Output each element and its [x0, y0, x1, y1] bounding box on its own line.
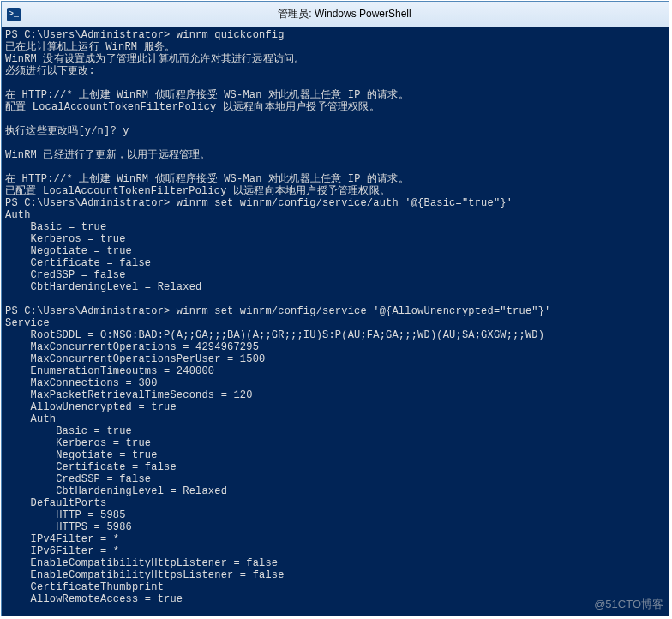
- terminal-line: 执行这些更改吗[y/n]? y: [5, 125, 665, 137]
- terminal-line: Service: [5, 317, 665, 329]
- terminal-line: CredSSP = false: [5, 473, 665, 485]
- terminal-line: Kerberos = true: [5, 437, 665, 449]
- terminal-line: 必须进行以下更改:: [5, 65, 665, 77]
- powershell-window: >_ 管理员: Windows PowerShell PS C:\Users\A…: [1, 1, 669, 616]
- terminal-line: IPv6Filter = *: [5, 545, 665, 557]
- terminal-line: AllowRemoteAccess = true: [5, 593, 665, 605]
- terminal-line: IPv4Filter = *: [5, 533, 665, 545]
- terminal-line: [5, 77, 665, 89]
- terminal-line: [5, 137, 665, 149]
- terminal-line: Basic = true: [5, 425, 665, 437]
- terminal-line: PS C:\Users\Administrator> winrm set win…: [5, 305, 665, 317]
- terminal-line: CbtHardeningLevel = Relaxed: [5, 485, 665, 497]
- terminal-area[interactable]: PS C:\Users\Administrator> winrm quickco…: [2, 27, 669, 616]
- terminal-line: [5, 161, 665, 173]
- window-title: 管理员: Windows PowerShell: [26, 7, 663, 21]
- terminal-line: Kerberos = true: [5, 233, 665, 245]
- terminal-line: CertificateThumbprint: [5, 581, 665, 593]
- terminal-line: [5, 293, 665, 305]
- terminal-line: Certificate = false: [5, 461, 665, 473]
- terminal-line: Basic = true: [5, 221, 665, 233]
- powershell-icon: >_: [7, 8, 21, 21]
- terminal-line: AllowUnencrypted = true: [5, 401, 665, 413]
- terminal-line: MaxConcurrentOperations = 4294967295: [5, 341, 665, 353]
- terminal-line: Negotiate = true: [5, 449, 665, 461]
- terminal-line: MaxConcurrentOperationsPerUser = 1500: [5, 353, 665, 365]
- terminal-line: 已在此计算机上运行 WinRM 服务。: [5, 41, 665, 53]
- terminal-line: HTTPS = 5986: [5, 521, 665, 533]
- terminal-line: Certificate = false: [5, 257, 665, 269]
- terminal-line: 在 HTTP://* 上创建 WinRM 侦听程序接受 WS-Man 对此机器上…: [5, 89, 665, 101]
- terminal-line: 配置 LocalAccountTokenFilterPolicy 以远程向本地用…: [5, 101, 665, 113]
- terminal-line: RootSDDL = O:NSG:BAD:P(A;;GA;;;BA)(A;;GR…: [5, 329, 665, 341]
- terminal-line: CbtHardeningLevel = Relaxed: [5, 281, 665, 293]
- terminal-line: MaxPacketRetrievalTimeSeconds = 120: [5, 389, 665, 401]
- terminal-line: Negotiate = true: [5, 245, 665, 257]
- terminal-line: WinRM 没有设置成为了管理此计算机而允许对其进行远程访问。: [5, 53, 665, 65]
- terminal-line: EnableCompatibilityHttpsListener = false: [5, 569, 665, 581]
- terminal-line: HTTP = 5985: [5, 509, 665, 521]
- titlebar[interactable]: >_ 管理员: Windows PowerShell: [2, 2, 669, 27]
- terminal-line: PS C:\Users\Administrator> winrm set win…: [5, 197, 665, 209]
- terminal-line: [5, 113, 665, 125]
- terminal-line: EnumerationTimeoutms = 240000: [5, 365, 665, 377]
- terminal-line: DefaultPorts: [5, 497, 665, 509]
- terminal-line: WinRM 已经进行了更新，以用于远程管理。: [5, 149, 665, 161]
- terminal-line: MaxConnections = 300: [5, 377, 665, 389]
- terminal-line: EnableCompatibilityHttpListener = false: [5, 557, 665, 569]
- terminal-line: 已配置 LocalAccountTokenFilterPolicy 以远程向本地…: [5, 185, 665, 197]
- terminal-line: CredSSP = false: [5, 269, 665, 281]
- terminal-line: 在 HTTP://* 上创建 WinRM 侦听程序接受 WS-Man 对此机器上…: [5, 173, 665, 185]
- terminal-line: Auth: [5, 413, 665, 425]
- terminal-line: Auth: [5, 209, 665, 221]
- terminal-line: PS C:\Users\Administrator> winrm quickco…: [5, 29, 665, 41]
